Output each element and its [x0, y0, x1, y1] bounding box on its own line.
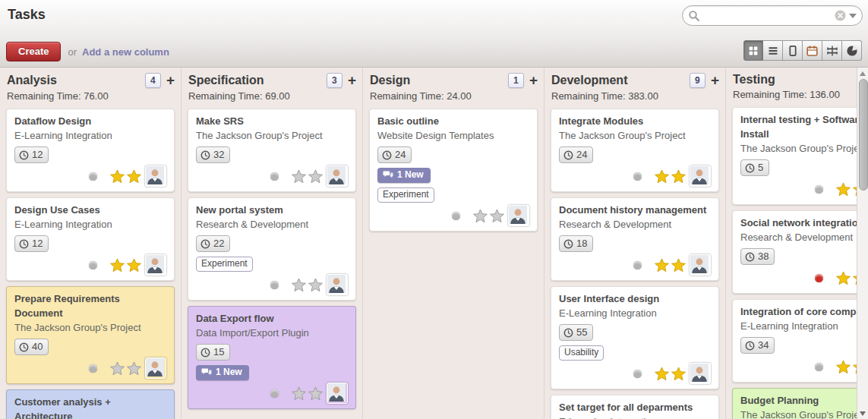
view-form-button[interactable] — [783, 40, 803, 61]
scrollbar-thumb[interactable] — [859, 79, 868, 191]
task-card[interactable]: Prepare Requirements Document The Jackso… — [6, 286, 175, 384]
kanban-state-icon[interactable] — [633, 370, 642, 378]
star-icon[interactable] — [473, 209, 488, 223]
star-icon[interactable] — [490, 209, 504, 223]
star-icon[interactable] — [655, 169, 669, 184]
view-calendar-button[interactable] — [803, 40, 822, 61]
task-card[interactable]: Make SRS The Jackson Group's Project 32 — [188, 109, 356, 192]
star-icon[interactable] — [110, 258, 125, 273]
task-title[interactable]: New portal system — [196, 203, 348, 217]
kanban-state-icon[interactable] — [815, 185, 823, 194]
search-input[interactable] — [704, 9, 831, 22]
kanban-state-icon[interactable] — [633, 261, 642, 269]
task-title[interactable]: Prepare Requirements Document — [14, 291, 166, 320]
vertical-scrollbar[interactable] — [857, 68, 868, 419]
column-title[interactable]: Testing — [733, 73, 857, 87]
view-list-button[interactable] — [763, 40, 783, 61]
star-icon[interactable] — [110, 169, 125, 184]
add-card-button[interactable]: + — [166, 74, 175, 87]
kanban-state-icon[interactable] — [270, 281, 279, 289]
priority-stars[interactable] — [652, 169, 686, 184]
task-title[interactable]: Dataflow Design — [14, 114, 166, 128]
star-icon[interactable] — [127, 361, 141, 376]
task-title[interactable]: Set target for all deparments — [559, 400, 711, 414]
search-dropdown-icon[interactable] — [849, 14, 857, 18]
task-title[interactable]: Budget Planning — [740, 393, 857, 408]
kanban-state-icon[interactable] — [89, 261, 97, 269]
kanban-state-icon[interactable] — [633, 172, 642, 181]
column-title[interactable]: Specification — [188, 74, 327, 87]
task-title[interactable]: Internal testing + Software Install — [740, 112, 857, 141]
scroll-up-button[interactable] — [857, 68, 868, 78]
star-icon[interactable] — [292, 386, 306, 401]
priority-stars[interactable] — [834, 360, 857, 374]
task-title[interactable]: Design Use Cases — [14, 203, 166, 217]
task-card[interactable]: Design Use Cases E-Learning Integration … — [6, 197, 175, 281]
star-icon[interactable] — [836, 182, 851, 197]
assignee-avatar[interactable] — [690, 165, 711, 187]
task-card[interactable]: Budget Planning The Jackson Group's Proj… — [732, 388, 857, 419]
assignee-avatar[interactable] — [327, 165, 348, 187]
column-title[interactable]: Development — [551, 74, 690, 87]
assignee-avatar[interactable] — [145, 358, 166, 379]
star-icon[interactable] — [671, 258, 686, 273]
task-card[interactable]: User Interface design E-Learning Integra… — [551, 286, 719, 389]
task-card[interactable]: Document history management Research & D… — [551, 197, 719, 281]
star-icon[interactable] — [655, 367, 669, 381]
add-column-link[interactable]: Add a new column — [82, 46, 169, 58]
priority-stars[interactable] — [471, 209, 504, 223]
new-messages-badge[interactable]: 1 New — [377, 168, 431, 183]
task-title[interactable]: Integration of core components — [740, 304, 857, 319]
star-icon[interactable] — [308, 169, 323, 184]
kanban-state-icon[interactable] — [270, 172, 279, 181]
task-card[interactable]: Integration of core components E-Learnin… — [732, 299, 857, 383]
task-card[interactable]: Integrate Modules The Jackson Group's Pr… — [551, 109, 719, 192]
priority-stars[interactable] — [108, 258, 141, 273]
view-kanban-button[interactable] — [743, 40, 763, 61]
task-card[interactable]: Customer analysis + Architecture — [6, 389, 175, 419]
priority-stars[interactable] — [289, 386, 323, 401]
task-title[interactable]: Social network integration — [740, 216, 857, 230]
task-title[interactable]: Integrate Modules — [559, 114, 711, 128]
task-title[interactable]: Make SRS — [196, 114, 348, 128]
assignee-avatar[interactable] — [508, 205, 529, 226]
priority-stars[interactable] — [652, 367, 686, 381]
kanban-state-icon[interactable] — [89, 364, 97, 373]
kanban-state-icon[interactable] — [89, 172, 97, 181]
star-icon[interactable] — [127, 169, 141, 184]
star-icon[interactable] — [836, 271, 851, 285]
view-graph-button[interactable] — [842, 40, 862, 61]
task-title[interactable]: Customer analysis + Architecture — [14, 395, 166, 419]
priority-stars[interactable] — [289, 169, 323, 184]
task-card[interactable]: Social network integration Research & De… — [732, 210, 857, 294]
assignee-avatar[interactable] — [327, 274, 348, 295]
column-title[interactable]: Design — [370, 74, 508, 87]
priority-stars[interactable] — [108, 361, 141, 376]
star-icon[interactable] — [292, 278, 306, 292]
star-icon[interactable] — [836, 360, 851, 374]
assignee-avatar[interactable] — [145, 165, 166, 187]
task-title[interactable]: Document history management — [559, 203, 711, 217]
assignee-avatar[interactable] — [327, 383, 348, 404]
task-card[interactable]: Basic outline Website Design Templates 2… — [369, 109, 538, 232]
view-gantt-button[interactable] — [822, 40, 842, 61]
task-card[interactable]: Data Export flow Data Import/Export Plug… — [188, 306, 356, 409]
add-card-button[interactable]: + — [529, 74, 538, 87]
task-card[interactable]: Internal testing + Software Install The … — [732, 107, 857, 205]
new-messages-badge[interactable]: 1 New — [196, 365, 249, 380]
star-icon[interactable] — [655, 258, 669, 273]
task-card[interactable]: New portal system Research & Development… — [188, 197, 356, 301]
add-card-button[interactable]: + — [711, 74, 719, 87]
add-card-button[interactable]: + — [348, 74, 356, 87]
assignee-avatar[interactable] — [690, 363, 711, 384]
star-icon[interactable] — [292, 169, 306, 184]
kanban-state-icon[interactable] — [815, 274, 823, 282]
column-title[interactable]: Analysis — [7, 74, 145, 87]
task-title[interactable]: User Interface design — [559, 291, 711, 306]
clear-search-icon[interactable] — [835, 10, 846, 21]
task-title[interactable]: Data Export flow — [196, 311, 348, 326]
priority-stars[interactable] — [652, 258, 686, 273]
priority-stars[interactable] — [834, 271, 857, 285]
task-title[interactable]: Basic outline — [377, 114, 529, 128]
assignee-avatar[interactable] — [145, 254, 166, 276]
